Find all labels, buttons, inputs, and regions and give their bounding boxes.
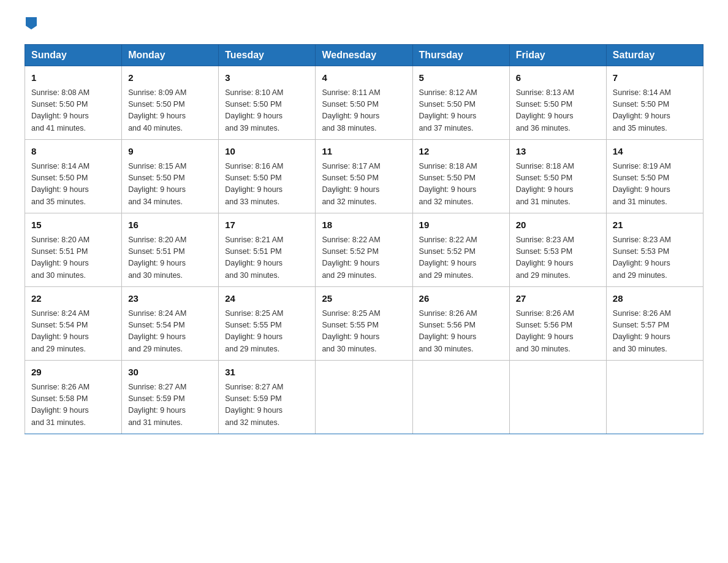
day-info: Sunrise: 8:26 AMSunset: 5:56 PMDaylight:…	[419, 309, 477, 353]
day-number: 31	[225, 366, 309, 380]
day-number: 10	[225, 145, 309, 159]
day-cell: 16 Sunrise: 8:20 AMSunset: 5:51 PMDaylig…	[122, 213, 219, 287]
day-info: Sunrise: 8:16 AMSunset: 5:50 PMDaylight:…	[225, 162, 283, 206]
day-cell: 1 Sunrise: 8:08 AMSunset: 5:50 PMDayligh…	[25, 66, 122, 140]
day-number: 5	[419, 71, 503, 85]
day-number: 19	[419, 218, 503, 232]
day-info: Sunrise: 8:14 AMSunset: 5:50 PMDaylight:…	[31, 162, 89, 206]
day-header-thursday: Thursday	[412, 45, 509, 66]
day-number: 25	[322, 292, 406, 306]
day-number: 28	[613, 292, 697, 306]
day-cell: 22 Sunrise: 8:24 AMSunset: 5:54 PMDaylig…	[25, 287, 122, 361]
day-info: Sunrise: 8:17 AMSunset: 5:50 PMDaylight:…	[322, 162, 380, 206]
day-info: Sunrise: 8:25 AMSunset: 5:55 PMDaylight:…	[225, 309, 283, 353]
day-cell: 14 Sunrise: 8:19 AMSunset: 5:50 PMDaylig…	[606, 140, 703, 213]
calendar-table: SundayMondayTuesdayWednesdayThursdayFrid…	[25, 44, 703, 434]
day-info: Sunrise: 8:24 AMSunset: 5:54 PMDaylight:…	[31, 309, 89, 353]
week-row-5: 29 Sunrise: 8:26 AMSunset: 5:58 PMDaylig…	[25, 361, 703, 434]
day-cell: 10 Sunrise: 8:16 AMSunset: 5:50 PMDaylig…	[219, 140, 316, 213]
day-header-saturday: Saturday	[606, 45, 703, 66]
day-header-sunday: Sunday	[25, 45, 122, 66]
week-row-2: 8 Sunrise: 8:14 AMSunset: 5:50 PMDayligh…	[25, 140, 703, 213]
day-info: Sunrise: 8:25 AMSunset: 5:55 PMDaylight:…	[322, 309, 380, 353]
day-number: 1	[31, 71, 115, 85]
day-cell: 6 Sunrise: 8:13 AMSunset: 5:50 PMDayligh…	[509, 66, 606, 140]
day-number: 3	[225, 71, 309, 85]
day-cell: 30 Sunrise: 8:27 AMSunset: 5:59 PMDaylig…	[122, 361, 219, 434]
header-row: SundayMondayTuesdayWednesdayThursdayFrid…	[25, 45, 703, 66]
day-cell: 31 Sunrise: 8:27 AMSunset: 5:59 PMDaylig…	[219, 361, 316, 434]
day-number: 11	[322, 145, 406, 159]
day-cell: 2 Sunrise: 8:09 AMSunset: 5:50 PMDayligh…	[122, 66, 219, 140]
day-number: 12	[419, 145, 503, 159]
day-cell: 27 Sunrise: 8:26 AMSunset: 5:56 PMDaylig…	[509, 287, 606, 361]
day-number: 14	[613, 145, 697, 159]
day-number: 17	[225, 218, 309, 232]
day-info: Sunrise: 8:23 AMSunset: 5:53 PMDaylight:…	[613, 236, 671, 280]
page-header	[25, 18, 703, 33]
svg-marker-0	[26, 17, 37, 29]
day-info: Sunrise: 8:18 AMSunset: 5:50 PMDaylight:…	[419, 162, 477, 206]
day-number: 29	[31, 366, 115, 380]
day-cell: 23 Sunrise: 8:24 AMSunset: 5:54 PMDaylig…	[122, 287, 219, 361]
day-number: 6	[516, 71, 600, 85]
day-cell: 20 Sunrise: 8:23 AMSunset: 5:53 PMDaylig…	[509, 213, 606, 287]
day-cell	[412, 361, 509, 434]
day-number: 18	[322, 218, 406, 232]
day-cell	[606, 361, 703, 434]
day-cell: 29 Sunrise: 8:26 AMSunset: 5:58 PMDaylig…	[25, 361, 122, 434]
day-number: 9	[128, 145, 212, 159]
day-cell: 12 Sunrise: 8:18 AMSunset: 5:50 PMDaylig…	[412, 140, 509, 213]
day-info: Sunrise: 8:21 AMSunset: 5:51 PMDaylight:…	[225, 236, 283, 280]
day-cell: 19 Sunrise: 8:22 AMSunset: 5:52 PMDaylig…	[412, 213, 509, 287]
day-info: Sunrise: 8:22 AMSunset: 5:52 PMDaylight:…	[322, 236, 380, 280]
day-info: Sunrise: 8:27 AMSunset: 5:59 PMDaylight:…	[128, 383, 186, 427]
day-number: 16	[128, 218, 212, 232]
day-number: 20	[516, 218, 600, 232]
day-cell: 17 Sunrise: 8:21 AMSunset: 5:51 PMDaylig…	[219, 213, 316, 287]
day-number: 15	[31, 218, 115, 232]
day-cell: 25 Sunrise: 8:25 AMSunset: 5:55 PMDaylig…	[316, 287, 412, 361]
week-row-4: 22 Sunrise: 8:24 AMSunset: 5:54 PMDaylig…	[25, 287, 703, 361]
day-cell: 18 Sunrise: 8:22 AMSunset: 5:52 PMDaylig…	[316, 213, 412, 287]
day-cell: 8 Sunrise: 8:14 AMSunset: 5:50 PMDayligh…	[25, 140, 122, 213]
day-number: 4	[322, 71, 406, 85]
day-info: Sunrise: 8:26 AMSunset: 5:56 PMDaylight:…	[516, 309, 574, 353]
day-cell: 5 Sunrise: 8:12 AMSunset: 5:50 PMDayligh…	[412, 66, 509, 140]
day-number: 13	[516, 145, 600, 159]
day-number: 23	[128, 292, 212, 306]
week-row-1: 1 Sunrise: 8:08 AMSunset: 5:50 PMDayligh…	[25, 66, 703, 140]
day-info: Sunrise: 8:15 AMSunset: 5:50 PMDaylight:…	[128, 162, 186, 206]
day-number: 21	[613, 218, 697, 232]
day-header-tuesday: Tuesday	[219, 45, 316, 66]
day-info: Sunrise: 8:14 AMSunset: 5:50 PMDaylight:…	[613, 88, 671, 132]
day-cell: 3 Sunrise: 8:10 AMSunset: 5:50 PMDayligh…	[219, 66, 316, 140]
day-cell	[509, 361, 606, 434]
day-info: Sunrise: 8:10 AMSunset: 5:50 PMDaylight:…	[225, 88, 283, 132]
day-number: 2	[128, 71, 212, 85]
day-cell: 11 Sunrise: 8:17 AMSunset: 5:50 PMDaylig…	[316, 140, 412, 213]
day-info: Sunrise: 8:27 AMSunset: 5:59 PMDaylight:…	[225, 383, 283, 427]
day-info: Sunrise: 8:12 AMSunset: 5:50 PMDaylight:…	[419, 88, 477, 132]
day-header-wednesday: Wednesday	[316, 45, 412, 66]
day-info: Sunrise: 8:24 AMSunset: 5:54 PMDaylight:…	[128, 309, 186, 353]
day-cell: 28 Sunrise: 8:26 AMSunset: 5:57 PMDaylig…	[606, 287, 703, 361]
logo	[25, 18, 37, 33]
day-cell	[316, 361, 412, 434]
day-cell: 21 Sunrise: 8:23 AMSunset: 5:53 PMDaylig…	[606, 213, 703, 287]
day-info: Sunrise: 8:08 AMSunset: 5:50 PMDaylight:…	[31, 88, 89, 132]
day-cell: 26 Sunrise: 8:26 AMSunset: 5:56 PMDaylig…	[412, 287, 509, 361]
day-cell: 24 Sunrise: 8:25 AMSunset: 5:55 PMDaylig…	[219, 287, 316, 361]
day-number: 24	[225, 292, 309, 306]
week-row-3: 15 Sunrise: 8:20 AMSunset: 5:51 PMDaylig…	[25, 213, 703, 287]
day-header-friday: Friday	[509, 45, 606, 66]
day-cell: 9 Sunrise: 8:15 AMSunset: 5:50 PMDayligh…	[122, 140, 219, 213]
day-cell: 13 Sunrise: 8:18 AMSunset: 5:50 PMDaylig…	[509, 140, 606, 213]
day-info: Sunrise: 8:18 AMSunset: 5:50 PMDaylight:…	[516, 162, 574, 206]
day-info: Sunrise: 8:20 AMSunset: 5:51 PMDaylight:…	[31, 236, 89, 280]
day-number: 26	[419, 292, 503, 306]
day-info: Sunrise: 8:26 AMSunset: 5:57 PMDaylight:…	[613, 309, 671, 353]
day-info: Sunrise: 8:20 AMSunset: 5:51 PMDaylight:…	[128, 236, 186, 280]
day-cell: 7 Sunrise: 8:14 AMSunset: 5:50 PMDayligh…	[606, 66, 703, 140]
day-info: Sunrise: 8:19 AMSunset: 5:50 PMDaylight:…	[613, 162, 671, 206]
